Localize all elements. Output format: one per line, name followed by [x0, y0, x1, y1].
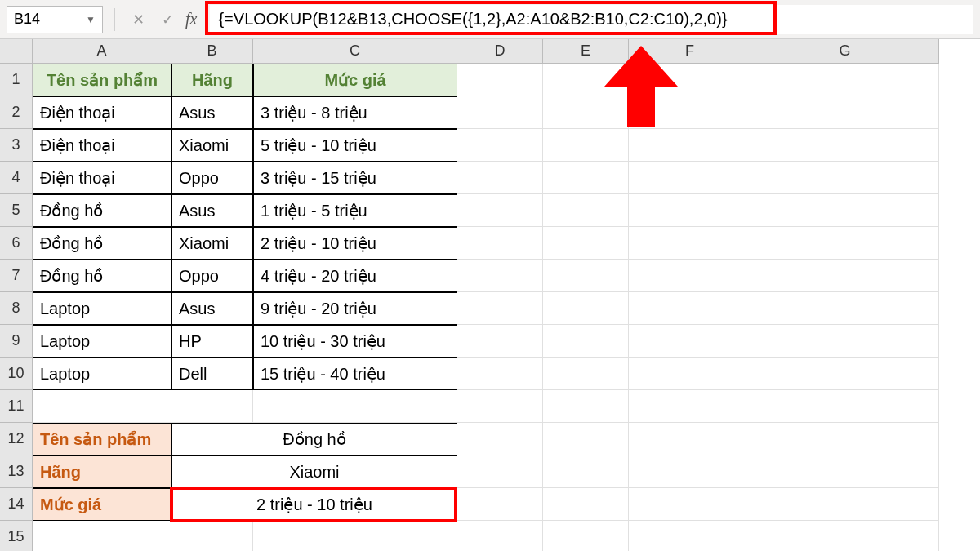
- table-header[interactable]: Mức giá: [253, 64, 457, 96]
- cell[interactable]: [751, 64, 939, 96]
- cell[interactable]: Dell: [172, 358, 253, 390]
- row-header[interactable]: 9: [0, 325, 33, 358]
- cell[interactable]: [629, 260, 751, 292]
- cell[interactable]: [629, 455, 751, 488]
- cell[interactable]: Đồng hồ: [33, 260, 172, 292]
- cell[interactable]: [751, 488, 939, 521]
- row-header[interactable]: 15: [0, 521, 33, 551]
- cell[interactable]: [629, 423, 751, 455]
- cell[interactable]: [751, 390, 939, 423]
- cell[interactable]: [543, 521, 629, 551]
- cell[interactable]: HP: [172, 325, 253, 358]
- cell[interactable]: Xiaomi: [172, 129, 253, 162]
- cell[interactable]: [457, 96, 543, 129]
- cell[interactable]: [751, 96, 939, 129]
- column-header[interactable]: F: [629, 39, 751, 64]
- cell[interactable]: Đồng hồ: [33, 194, 172, 227]
- column-header[interactable]: A: [33, 39, 172, 64]
- cell[interactable]: [751, 129, 939, 162]
- cell[interactable]: [457, 162, 543, 194]
- cell[interactable]: Laptop: [33, 358, 172, 390]
- cell[interactable]: [543, 96, 629, 129]
- cell[interactable]: [457, 455, 543, 488]
- cell[interactable]: [457, 129, 543, 162]
- cell[interactable]: [543, 129, 629, 162]
- cell[interactable]: [629, 194, 751, 227]
- cell[interactable]: Asus: [172, 292, 253, 325]
- cell[interactable]: [751, 423, 939, 455]
- row-header[interactable]: 11: [0, 390, 33, 423]
- row-header[interactable]: 5: [0, 194, 33, 227]
- cell[interactable]: [543, 390, 629, 423]
- lookup-label[interactable]: Hãng: [33, 455, 172, 488]
- cell[interactable]: [629, 292, 751, 325]
- cell[interactable]: Xiaomi: [172, 227, 253, 260]
- table-header[interactable]: Hãng: [172, 64, 253, 96]
- cell[interactable]: [629, 64, 751, 96]
- cell[interactable]: 10 triệu - 30 triệu: [253, 325, 457, 358]
- cell[interactable]: [751, 162, 939, 194]
- cell[interactable]: Điện thoại: [33, 96, 172, 129]
- cell[interactable]: [253, 521, 457, 551]
- cell[interactable]: [457, 325, 543, 358]
- chevron-down-icon[interactable]: ▼: [86, 14, 96, 25]
- cell[interactable]: 1 triệu - 5 triệu: [253, 194, 457, 227]
- cell[interactable]: [543, 292, 629, 325]
- lookup-value[interactable]: Xiaomi: [172, 455, 457, 488]
- cell[interactable]: 2 triệu - 10 triệu: [253, 227, 457, 260]
- table-header[interactable]: Tên sản phẩm: [33, 64, 172, 96]
- row-header[interactable]: 2: [0, 96, 33, 129]
- cell[interactable]: [543, 162, 629, 194]
- cell[interactable]: [629, 390, 751, 423]
- cell[interactable]: [751, 325, 939, 358]
- column-header[interactable]: C: [253, 39, 457, 64]
- accept-formula-icon[interactable]: ✓: [156, 8, 179, 31]
- cell[interactable]: 3 triệu - 15 triệu: [253, 162, 457, 194]
- row-header[interactable]: 10: [0, 358, 33, 390]
- lookup-label[interactable]: Mức giá: [33, 488, 172, 521]
- lookup-label[interactable]: Tên sản phẩm: [33, 423, 172, 455]
- cell[interactable]: [751, 292, 939, 325]
- row-header[interactable]: 1: [0, 64, 33, 96]
- cell[interactable]: Asus: [172, 96, 253, 129]
- cell[interactable]: [629, 96, 751, 129]
- cell[interactable]: [751, 358, 939, 390]
- cell[interactable]: [543, 455, 629, 488]
- row-header[interactable]: 12: [0, 423, 33, 455]
- cancel-formula-icon[interactable]: ✕: [127, 8, 149, 31]
- cell[interactable]: 4 triệu - 20 triệu: [253, 260, 457, 292]
- cell[interactable]: 9 triệu - 20 triệu: [253, 292, 457, 325]
- cell[interactable]: [629, 162, 751, 194]
- cell[interactable]: [751, 260, 939, 292]
- row-header[interactable]: 3: [0, 129, 33, 162]
- cell[interactable]: [751, 227, 939, 260]
- row-header[interactable]: 6: [0, 227, 33, 260]
- cell[interactable]: [172, 521, 253, 551]
- cell[interactable]: Laptop: [33, 325, 172, 358]
- cell[interactable]: [629, 227, 751, 260]
- cell[interactable]: [457, 521, 543, 551]
- cell[interactable]: [543, 260, 629, 292]
- cell[interactable]: [457, 64, 543, 96]
- formula-input[interactable]: {=VLOOKUP(B12&B13,CHOOSE({1,2},A2:A10&B2…: [210, 5, 973, 34]
- cell[interactable]: [457, 292, 543, 325]
- cell[interactable]: 5 triệu - 10 triệu: [253, 129, 457, 162]
- select-all-corner[interactable]: [0, 39, 33, 64]
- cell[interactable]: [457, 358, 543, 390]
- cell[interactable]: Đồng hồ: [33, 227, 172, 260]
- cell[interactable]: [172, 390, 253, 423]
- spreadsheet-grid[interactable]: ABCDEFG1Tên sản phẩmHãngMức giá2Điện tho…: [0, 39, 980, 551]
- cell[interactable]: [629, 358, 751, 390]
- lookup-value[interactable]: 2 triệu - 10 triệu: [172, 488, 457, 521]
- cell[interactable]: Oppo: [172, 260, 253, 292]
- cell[interactable]: [457, 423, 543, 455]
- cell[interactable]: Asus: [172, 194, 253, 227]
- column-header[interactable]: G: [751, 39, 939, 64]
- cell[interactable]: [33, 521, 172, 551]
- cell[interactable]: Điện thoại: [33, 162, 172, 194]
- cell[interactable]: Điện thoại: [33, 129, 172, 162]
- cell[interactable]: [629, 325, 751, 358]
- cell[interactable]: [751, 194, 939, 227]
- column-header[interactable]: D: [457, 39, 543, 64]
- cell[interactable]: 15 triệu - 40 triệu: [253, 358, 457, 390]
